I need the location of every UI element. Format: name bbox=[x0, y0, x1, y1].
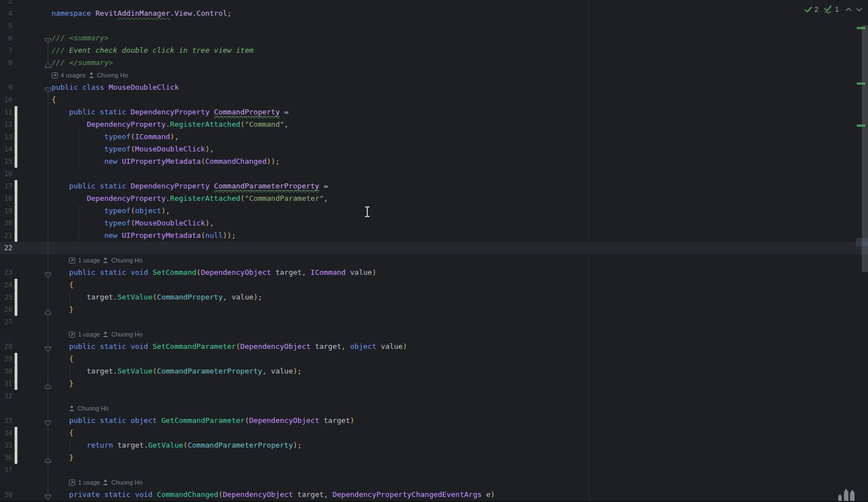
chevron-down-icon[interactable] bbox=[855, 6, 864, 13]
line-number[interactable]: 5 bbox=[0, 20, 12, 32]
vcs-change-marker[interactable] bbox=[15, 377, 17, 390]
code-vision-hints[interactable]: 4 usagesChuong Ho bbox=[52, 69, 128, 81]
code-line[interactable]: 3 bbox=[0, 0, 868, 7]
code-line[interactable]: 18 DependencyProperty.RegisterAttached("… bbox=[0, 192, 868, 205]
line-number[interactable]: 37 bbox=[0, 464, 12, 476]
code-line[interactable]: 19 typeof(object), bbox=[0, 205, 868, 217]
code-line[interactable]: 11 public static DependencyProperty Comm… bbox=[0, 106, 868, 118]
code-line[interactable]: 17 public static DependencyProperty Comm… bbox=[0, 180, 868, 192]
code-line[interactable]: 8/// </summary> bbox=[0, 57, 868, 69]
code-line[interactable]: 21 new UIPropertyMetadata(null)); bbox=[0, 229, 868, 242]
line-number[interactable]: 22 bbox=[0, 242, 12, 254]
stripe-mark-green[interactable] bbox=[857, 27, 865, 29]
code-vision-hints[interactable]: Chuong Ho bbox=[69, 402, 109, 415]
vcs-change-marker[interactable] bbox=[15, 353, 17, 365]
vcs-change-marker[interactable] bbox=[15, 452, 17, 464]
line-number[interactable]: 9 bbox=[0, 81, 12, 94]
code-vision-row[interactable]: Chuong Ho bbox=[0, 402, 868, 415]
author-hint[interactable]: Chuong Ho bbox=[97, 69, 128, 81]
vcs-change-marker[interactable] bbox=[15, 143, 17, 155]
line-number[interactable]: 21 bbox=[0, 229, 12, 242]
line-number[interactable]: 25 bbox=[0, 291, 12, 303]
vcs-change-marker[interactable] bbox=[15, 291, 17, 303]
line-number[interactable]: 23 bbox=[0, 266, 12, 279]
code-vision-hints[interactable]: 1 usageChuong Ho bbox=[69, 476, 142, 489]
line-number[interactable]: 24 bbox=[0, 279, 12, 291]
code-line[interactable]: 22 bbox=[0, 242, 868, 254]
code-line[interactable]: 38 private static void CommandChanged(De… bbox=[0, 489, 868, 501]
line-number[interactable]: 12 bbox=[0, 118, 12, 131]
code-line[interactable]: 30 target.SetValue(CommandParameterPrope… bbox=[0, 365, 868, 377]
vcs-change-marker[interactable] bbox=[15, 192, 17, 205]
code-line[interactable]: 34 { bbox=[0, 427, 868, 439]
code-line[interactable]: 15 new UIPropertyMetadata(CommandChanged… bbox=[0, 155, 868, 168]
line-number[interactable]: 7 bbox=[0, 44, 12, 57]
usages-hint[interactable]: 1 usage bbox=[78, 476, 100, 489]
stripe-mark-green[interactable] bbox=[857, 82, 865, 85]
code-line[interactable]: 25 target.SetValue(CommandProperty, valu… bbox=[0, 291, 868, 303]
code-line[interactable]: 33 public static object GetCommandParame… bbox=[0, 415, 868, 427]
author-hint[interactable]: Chuong Ho bbox=[111, 476, 142, 489]
author-hint[interactable]: Chuong Ho bbox=[111, 328, 142, 340]
code-vision-hints[interactable]: 1 usageChuong Ho bbox=[69, 254, 142, 266]
code-line[interactable]: 4namespace RevitAddinManager.View.Contro… bbox=[0, 7, 868, 20]
line-number[interactable]: 19 bbox=[0, 205, 12, 217]
code-line[interactable]: 23 public static void SetCommand(Depende… bbox=[0, 266, 868, 279]
line-number[interactable]: 32 bbox=[0, 390, 12, 402]
code-line[interactable]: 31 } bbox=[0, 377, 868, 390]
vcs-change-marker[interactable] bbox=[15, 155, 17, 168]
vcs-change-marker[interactable] bbox=[15, 439, 17, 452]
line-number[interactable]: 10 bbox=[0, 94, 12, 106]
code-line[interactable]: 37 bbox=[0, 464, 868, 476]
vcs-change-marker[interactable] bbox=[15, 303, 17, 316]
vcs-change-marker[interactable] bbox=[15, 205, 17, 217]
line-number[interactable]: 14 bbox=[0, 143, 12, 155]
line-number[interactable]: 27 bbox=[0, 316, 12, 328]
vcs-change-marker[interactable] bbox=[15, 229, 17, 242]
code-vision-row[interactable]: 1 usageChuong Ho bbox=[0, 476, 868, 489]
line-number[interactable]: 35 bbox=[0, 439, 12, 452]
line-number[interactable]: 16 bbox=[0, 168, 12, 180]
code-vision-row[interactable]: 1 usageChuong Ho bbox=[0, 254, 868, 266]
code-line[interactable]: 9public class MouseDoubleClick bbox=[0, 81, 868, 94]
stripe-mark-green[interactable] bbox=[857, 125, 865, 127]
line-number[interactable]: 3 bbox=[0, 0, 12, 7]
line-number[interactable]: 30 bbox=[0, 365, 12, 377]
code-line[interactable]: 28 public static void SetCommandParamete… bbox=[0, 340, 868, 353]
line-number[interactable]: 17 bbox=[0, 180, 12, 192]
line-number[interactable]: 18 bbox=[0, 192, 12, 205]
code-line[interactable]: 36 } bbox=[0, 452, 868, 464]
code-line[interactable]: 32 bbox=[0, 390, 868, 402]
author-hint[interactable]: Chuong Ho bbox=[111, 254, 142, 266]
usages-hint[interactable]: 1 usage bbox=[78, 254, 100, 266]
code-line[interactable]: 24 { bbox=[0, 279, 868, 291]
vcs-change-marker[interactable] bbox=[15, 365, 17, 377]
line-number[interactable]: 36 bbox=[0, 452, 12, 464]
code-line[interactable]: 6/// <summary> bbox=[0, 32, 868, 44]
line-number[interactable]: 15 bbox=[0, 155, 12, 168]
code-line[interactable]: 5 bbox=[0, 20, 868, 32]
inspections-widget[interactable]: 2 1 bbox=[804, 4, 864, 15]
usages-hint[interactable]: 4 usages bbox=[61, 69, 86, 81]
line-number[interactable]: 34 bbox=[0, 427, 12, 439]
code-analysis-pencils-icon[interactable] bbox=[838, 486, 856, 502]
line-number[interactable]: 29 bbox=[0, 353, 12, 365]
usages-hint[interactable]: 1 usage bbox=[78, 328, 100, 340]
code-line[interactable]: 13 typeof(ICommand), bbox=[0, 131, 868, 143]
code-vision-row[interactable]: 4 usagesChuong Ho bbox=[0, 69, 868, 81]
code-line[interactable]: 35 return target.GetValue(CommandParamet… bbox=[0, 439, 868, 452]
code-line[interactable]: 16 bbox=[0, 168, 868, 180]
line-number[interactable]: 6 bbox=[0, 32, 12, 44]
line-number[interactable]: 28 bbox=[0, 340, 12, 353]
vcs-change-marker[interactable] bbox=[15, 180, 17, 192]
code-line[interactable]: 20 typeof(MouseDoubleClick), bbox=[0, 217, 868, 229]
code-line[interactable]: 14 typeof(MouseDoubleClick), bbox=[0, 143, 868, 155]
vcs-change-marker[interactable] bbox=[15, 217, 17, 229]
line-number[interactable]: 4 bbox=[0, 7, 12, 20]
chevron-up-icon[interactable] bbox=[844, 6, 853, 13]
line-number[interactable]: 33 bbox=[0, 415, 12, 427]
code-editor[interactable]: 34namespace RevitAddinManager.View.Contr… bbox=[0, 0, 868, 502]
line-number[interactable]: 26 bbox=[0, 303, 12, 316]
code-line[interactable]: 7/// Event check double click in tree vi… bbox=[0, 44, 868, 57]
vcs-change-marker[interactable] bbox=[15, 279, 17, 291]
